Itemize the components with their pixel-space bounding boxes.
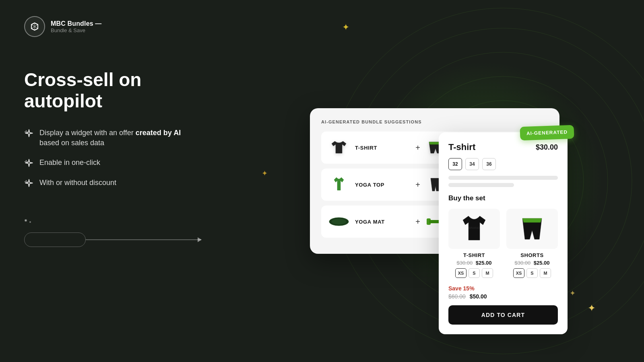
set-tshirt-size-xs[interactable]: XS (455, 268, 466, 278)
plus-3: + (415, 217, 420, 226)
deco-arrow-line (86, 239, 201, 240)
size-btn-32[interactable]: 32 (448, 158, 462, 170)
plus-1: + (415, 143, 420, 152)
dots-svg (24, 216, 36, 224)
tshirt-svg (329, 138, 349, 157)
set-tshirt-sale: $25.00 (476, 260, 492, 266)
feature-text-2: Enable in one-click (39, 158, 100, 168)
size-btn-36[interactable]: 36 (482, 158, 496, 170)
decorative-dots (24, 216, 201, 224)
save-section: Save 15% $60.00 $50.00 (448, 285, 558, 300)
svg-point-8 (25, 220, 26, 221)
decorative-arrow (24, 232, 201, 247)
set-shorts-size-xs[interactable]: XS (513, 268, 524, 278)
popup-card: AI-GENERATED T-shirt $30.00 32 34 36 Buy… (439, 132, 568, 334)
set-tshirt-size-s[interactable]: S (469, 268, 480, 278)
tshirt-name: T-SHIRT (355, 145, 377, 151)
size-options: 32 34 36 (448, 158, 558, 170)
left-panel: MBC Bundles — Bundle & Save Cross-sell o… (0, 0, 225, 362)
sparkle-icon-3 (24, 179, 34, 188)
main-content: AI-GENERATED BUNDLE SUGGESTIONS T-SHIRT … (225, 0, 644, 362)
popup-product-name: T-shirt (448, 142, 475, 152)
logo-name: MBC Bundles — (51, 20, 102, 27)
popup-price: $30.00 (536, 143, 558, 152)
set-shorts-prices: $30.00 $25.00 (506, 260, 558, 266)
bundle-product-yoga-top: YOGA TOP (328, 173, 411, 196)
save-original-price: $60.00 (448, 293, 466, 300)
save-label: Save 15% (448, 285, 558, 292)
set-shorts-sizes: XS S M (506, 268, 558, 278)
set-shorts-sale: $25.00 (534, 260, 550, 266)
set-shorts-name: SHORTS (506, 252, 558, 258)
set-products: BRAND T-SHIRT $30.00 $25.00 XS S M (448, 209, 558, 278)
set-shorts-img (506, 209, 558, 249)
yoga-mat-image (328, 210, 350, 233)
headline: Cross-sell on autopilot (24, 69, 201, 112)
feature-item-2: Enable in one-click (24, 158, 201, 168)
yoga-mat-name: YOGA MAT (355, 219, 385, 225)
logo-tagline: Bundle & Save (51, 27, 102, 33)
tshirt-image (328, 136, 350, 159)
yoga-top-image (328, 173, 350, 196)
yoga-mat-svg (328, 215, 349, 228)
feature-item-3: With or without discount (24, 178, 201, 188)
set-tshirt-img: BRAND (448, 209, 500, 249)
logo-svg (29, 21, 40, 32)
logo-text: MBC Bundles — Bundle & Save (51, 20, 102, 33)
logo-area: MBC Bundles — Bundle & Save (24, 16, 201, 37)
set-tshirt-prices: $30.00 $25.00 (448, 260, 500, 266)
set-shorts-original: $30.00 (514, 260, 530, 266)
popup-header: T-shirt $30.00 (448, 142, 558, 152)
set-tshirt-svg: BRAND (460, 213, 489, 245)
logo-icon (24, 16, 45, 37)
set-shorts-size-s[interactable]: S (526, 268, 538, 278)
ai-badge: AI-GENERATED (520, 125, 574, 141)
feature-text-3: With or without discount (39, 178, 116, 188)
set-shorts-svg (518, 213, 547, 245)
set-tshirt-original: $30.00 (456, 260, 473, 266)
set-product-tshirt: BRAND T-SHIRT $30.00 $25.00 XS S M (448, 209, 500, 278)
deco-pill (24, 232, 86, 247)
set-tshirt-sizes: XS S M (448, 268, 500, 278)
save-final-price: $50.00 (470, 293, 487, 300)
svg-point-9 (29, 221, 31, 223)
set-shorts-size-m[interactable]: M (540, 268, 551, 278)
svg-point-11 (332, 219, 346, 224)
buy-set-label: Buy the set (448, 194, 558, 202)
yoga-top-svg (329, 175, 349, 194)
set-tshirt-name: T-SHIRT (448, 252, 500, 258)
add-to-cart-button[interactable]: ADD TO CART (448, 305, 558, 325)
set-tshirt-size-m[interactable]: M (482, 268, 493, 278)
set-product-shorts: SHORTS $30.00 $25.00 XS S M (506, 209, 558, 278)
svg-text:BRAND: BRAND (469, 226, 480, 230)
skeleton-line-1 (448, 176, 558, 180)
bundle-product-tshirt: T-SHIRT (328, 136, 411, 159)
yoga-top-name: YOGA TOP (355, 182, 384, 188)
card-container: AI-GENERATED BUNDLE SUGGESTIONS T-SHIRT … (310, 108, 559, 254)
bundle-card-title: AI-GENERATED BUNDLE SUGGESTIONS (321, 119, 548, 124)
plus-2: + (415, 180, 420, 189)
feature-text-1: Display a widget with an offer created b… (39, 128, 201, 148)
skeleton-lines (448, 176, 558, 187)
bundle-product-yoga-mat: YOGA MAT (328, 210, 411, 233)
feature-item-1: Display a widget with an offer created b… (24, 128, 201, 148)
skeleton-line-2 (448, 183, 514, 187)
sparkle-icon-1 (24, 129, 34, 138)
sparkle-icon-2 (24, 158, 34, 168)
feature-list: Display a widget with an offer created b… (24, 128, 201, 188)
save-price: $60.00 $50.00 (448, 293, 558, 300)
size-btn-34[interactable]: 34 (465, 158, 479, 170)
